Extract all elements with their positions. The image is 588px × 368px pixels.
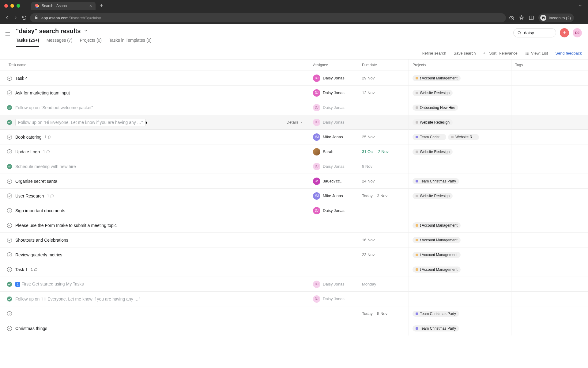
check-complete-icon[interactable] [7,282,12,287]
check-complete-icon[interactable] [7,105,12,110]
projects-cell[interactable]: Website Redesign [409,86,511,100]
task-name-cell[interactable]: 1First: Get started using My Tasks [0,277,309,291]
assignee-cell[interactable]: Sarah [309,144,358,159]
reload-button[interactable] [21,15,27,21]
project-pill[interactable]: Onboarding New Hire [413,105,458,111]
panel-icon[interactable] [529,15,534,21]
tags-cell[interactable] [511,144,588,159]
table-row[interactable]: Today – 5 NovTeam Christmas Party [0,306,588,321]
project-pill[interactable]: t Account Management [413,75,461,81]
project-pill[interactable]: Team Christmas Party [413,178,459,184]
table-row[interactable]: Organise secret santa3a3a8ec7cc…24 NovTe… [0,174,588,188]
projects-cell[interactable]: t Account Management [409,233,511,247]
task-name-cell[interactable]: Task 4 [0,71,309,85]
projects-cell[interactable]: t Account Management [409,218,511,232]
project-pill[interactable]: Website Redesign [413,193,453,199]
table-row[interactable]: Book catering1MJMike Jonas25 NovTeam Chr… [0,129,588,144]
due-date-cell[interactable]: 16 Nov [358,233,409,247]
project-pill[interactable]: Team Christmas Party [413,325,459,332]
tab-overflow-button[interactable] [575,3,586,9]
assignee-cell[interactable] [309,262,358,277]
task-name-cell[interactable]: Book catering1 [0,130,309,144]
incognito-indicator[interactable]: Incognito (2) [538,13,574,22]
tags-cell[interactable] [511,203,588,218]
task-name-cell[interactable] [0,306,309,321]
assignee-cell[interactable]: MJMike Jonas [309,130,358,144]
comment-count-badge[interactable]: 1 [31,267,38,272]
tags-cell[interactable] [511,115,588,129]
create-button[interactable]: + [560,28,569,37]
assignee-cell[interactable]: DJDaisy Jonas [309,159,358,174]
task-name-cell[interactable]: Please use the Form Intake to submit a m… [0,218,309,232]
send-feedback-link[interactable]: Send feedback [555,51,582,56]
check-incomplete-icon[interactable] [7,134,12,140]
table-row[interactable]: Task 4DJDaisy Jonas29 Novt Account Manag… [0,71,588,85]
forward-button[interactable] [13,15,18,21]
col-task-name[interactable]: Task name [0,59,309,71]
tab-tasks[interactable]: Tasks (25+) [16,38,39,47]
due-date-cell[interactable] [358,115,409,129]
col-tags[interactable]: Tags [511,59,588,71]
table-row[interactable]: 1First: Get started using My TasksDJDais… [0,277,588,291]
save-search-button[interactable]: Save search [454,51,476,56]
task-name-cell[interactable]: Follow up on "Hi Everyone, Let me know i… [0,115,309,129]
check-incomplete-icon[interactable] [7,267,12,272]
tags-cell[interactable] [511,174,588,188]
table-row[interactable]: Follow up on "Send out welcome packet"DJ… [0,100,588,115]
task-name-cell[interactable]: Schedule meeting with new hire [0,159,309,174]
projects-cell[interactable]: Website Redesign [409,189,511,203]
assignee-cell[interactable] [309,321,358,335]
close-tab-icon[interactable]: × [89,4,92,8]
assignee-cell[interactable]: DJDaisy Jonas [309,115,358,129]
due-date-cell[interactable]: Today – 5 Nov [358,306,409,321]
check-incomplete-icon[interactable] [7,237,12,243]
projects-cell[interactable] [409,277,511,291]
task-name-cell[interactable]: Ask for marketing team input [0,86,309,100]
table-row[interactable]: Please use the Form Intake to submit a m… [0,218,588,232]
check-incomplete-icon[interactable] [7,178,12,184]
tags-cell[interactable] [511,306,588,321]
due-date-cell[interactable]: Today – 3 Nov [358,189,409,203]
address-bar[interactable]: app.asana.com/0/search?q=daisy [30,13,506,22]
check-incomplete-icon[interactable] [7,149,12,155]
due-date-cell[interactable]: 31 Oct – 2 Nov [358,144,409,159]
tags-cell[interactable] [511,233,588,247]
tags-cell[interactable] [511,100,588,115]
table-row[interactable]: Shoutouts and Celebrations16 Novt Accoun… [0,232,588,247]
due-date-cell[interactable]: 8 Nov [358,159,409,174]
user-avatar[interactable]: DJ [573,28,582,37]
due-date-cell[interactable] [358,321,409,335]
tab-projects[interactable]: Projects (0) [80,38,102,47]
assignee-cell[interactable]: DJDaisy Jonas [309,277,358,291]
projects-cell[interactable]: Website Redesign [409,144,511,159]
due-date-cell[interactable]: 23 Nov [358,247,409,262]
tags-cell[interactable] [511,247,588,262]
assignee-cell[interactable]: DJDaisy Jonas [309,71,358,85]
assignee-cell[interactable]: DJDaisy Jonas [309,86,358,100]
tags-cell[interactable] [511,262,588,277]
table-row[interactable]: Update Logo1Sarah31 Oct – 2 NovWebsite R… [0,144,588,159]
tags-cell[interactable] [511,292,588,306]
due-date-cell[interactable] [358,203,409,218]
tags-cell[interactable] [511,277,588,291]
project-pill[interactable]: Team Christ… [413,134,446,140]
table-row[interactable]: Ask for marketing team inputDJDaisy Jona… [0,85,588,100]
check-incomplete-icon[interactable] [7,311,12,316]
col-assignee[interactable]: Assignee [309,59,358,71]
due-date-cell[interactable] [358,100,409,115]
check-complete-icon[interactable] [7,164,12,169]
due-date-cell[interactable]: 29 Nov [358,71,409,85]
search-input[interactable]: daisy [513,28,556,37]
check-complete-icon[interactable] [7,296,12,302]
project-pill[interactable]: Website Redesign [413,90,453,96]
tags-cell[interactable] [511,159,588,174]
table-row[interactable]: Schedule meeting with new hireDJDaisy Jo… [0,159,588,174]
due-date-cell[interactable] [358,292,409,306]
sidebar-toggle-button[interactable] [4,31,11,37]
check-incomplete-icon[interactable] [7,193,12,199]
tab-messages[interactable]: Messages (7) [47,38,73,47]
project-pill[interactable]: Website Redesign [413,119,453,125]
tab-tasks-in-templates[interactable]: Tasks in Templates (0) [109,38,152,47]
table-row[interactable]: Sign important documentsDJDaisy Jonas [0,203,588,218]
view-button[interactable]: View: List [525,51,548,56]
